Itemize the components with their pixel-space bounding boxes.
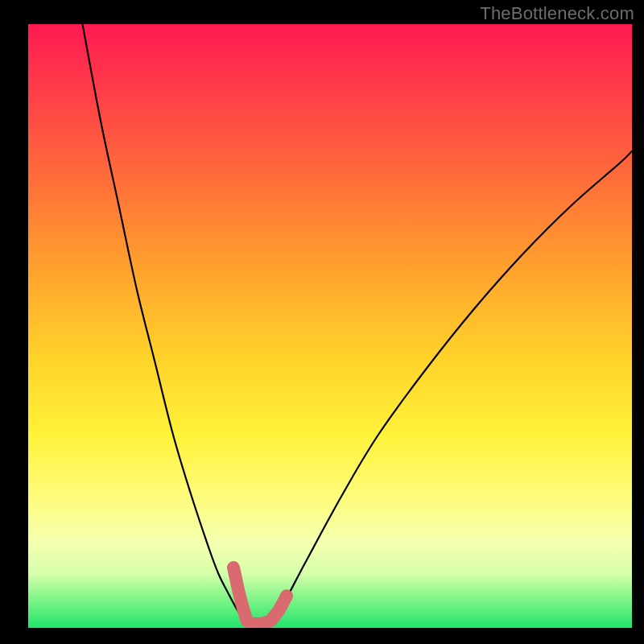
- curve-right-branch: [270, 151, 632, 624]
- highlight-right: [252, 596, 287, 624]
- watermark-text: TheBottleneck.com: [480, 3, 634, 24]
- highlight-left: [233, 568, 247, 621]
- curve-layer: [28, 24, 632, 628]
- chart-frame: TheBottleneck.com: [0, 0, 644, 644]
- plot-area: [28, 24, 632, 628]
- curve-left-branch: [83, 24, 246, 623]
